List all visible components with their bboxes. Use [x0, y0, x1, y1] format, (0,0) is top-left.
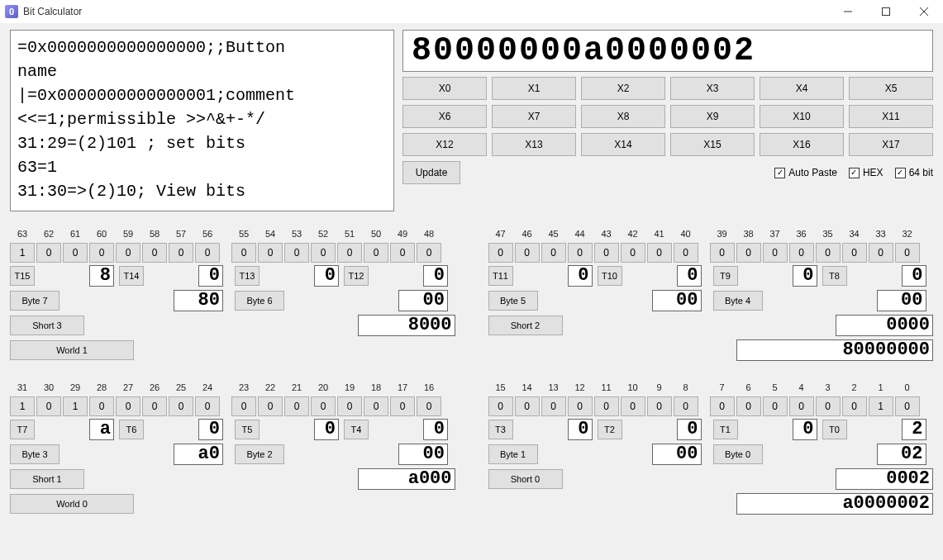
bit-button-56[interactable]: 0 [195, 243, 220, 263]
byte-button[interactable]: Byte 3 [10, 444, 60, 464]
bit-button-19[interactable]: 0 [337, 396, 362, 416]
bit-button-25[interactable]: 0 [169, 396, 193, 416]
bit-button-30[interactable]: 0 [36, 396, 61, 416]
bit-button-60[interactable]: 0 [89, 243, 114, 263]
x-button-8[interactable]: X8 [581, 105, 665, 128]
t-button[interactable]: T4 [344, 420, 369, 439]
bit-button-36[interactable]: 0 [789, 243, 814, 263]
bit-button-27[interactable]: 0 [116, 396, 140, 416]
byte-button[interactable]: Byte 0 [713, 444, 763, 464]
bit-button-12[interactable]: 0 [568, 396, 593, 416]
short-button[interactable]: Short 1 [10, 469, 84, 489]
t-button[interactable]: T3 [488, 420, 513, 439]
bit-button-54[interactable]: 0 [258, 243, 283, 263]
minimize-button[interactable] [829, 0, 867, 23]
bit-button-63[interactable]: 1 [10, 243, 35, 263]
x-button-10[interactable]: X10 [760, 105, 844, 128]
bit-button-9[interactable]: 0 [647, 396, 672, 416]
bit-button-15[interactable]: 0 [488, 396, 513, 416]
short-button[interactable]: Short 3 [10, 316, 84, 335]
bit-button-33[interactable]: 0 [869, 243, 893, 263]
bit-button-57[interactable]: 0 [169, 243, 193, 263]
world-button[interactable]: World 1 [10, 340, 134, 360]
auto-paste-checkbox[interactable]: ✓Auto Paste [774, 167, 837, 178]
t-button[interactable]: T12 [344, 266, 369, 286]
bit-button-26[interactable]: 0 [142, 396, 167, 416]
bit-button-18[interactable]: 0 [364, 396, 388, 416]
byte-button[interactable]: Byte 5 [488, 291, 538, 311]
bit-button-22[interactable]: 0 [258, 396, 283, 416]
bit-button-47[interactable]: 0 [488, 243, 513, 263]
x-button-14[interactable]: X14 [581, 133, 665, 156]
bit-button-44[interactable]: 0 [568, 243, 593, 263]
byte-button[interactable]: Byte 1 [488, 444, 538, 464]
bit-button-8[interactable]: 0 [674, 396, 698, 416]
t-button[interactable]: T6 [119, 420, 144, 439]
bit-button-51[interactable]: 0 [337, 243, 362, 263]
bit-button-45[interactable]: 0 [541, 243, 566, 263]
bit-button-50[interactable]: 0 [364, 243, 388, 263]
bit-button-28[interactable]: 0 [89, 396, 114, 416]
bit-button-20[interactable]: 0 [311, 396, 336, 416]
bit-button-42[interactable]: 0 [621, 243, 645, 263]
t-button[interactable]: T7 [10, 420, 35, 439]
bit-button-37[interactable]: 0 [763, 243, 788, 263]
x-button-11[interactable]: X11 [849, 105, 933, 128]
t-button[interactable]: T15 [10, 266, 35, 286]
t-button[interactable]: T10 [598, 266, 622, 286]
t-button[interactable]: T8 [822, 266, 847, 286]
world-button[interactable]: World 0 [10, 494, 134, 514]
bit-button-0[interactable]: 0 [895, 396, 920, 416]
bit-button-52[interactable]: 0 [311, 243, 336, 263]
bit-button-10[interactable]: 0 [621, 396, 645, 416]
byte-button[interactable]: Byte 6 [235, 291, 284, 311]
bit-button-41[interactable]: 0 [647, 243, 672, 263]
bit-button-32[interactable]: 0 [895, 243, 920, 263]
bit-button-13[interactable]: 0 [541, 396, 566, 416]
x-button-17[interactable]: X17 [849, 133, 933, 156]
maximize-button[interactable] [867, 0, 905, 23]
x-button-1[interactable]: X1 [492, 77, 576, 100]
bit-button-14[interactable]: 0 [515, 396, 540, 416]
x-button-7[interactable]: X7 [492, 105, 576, 128]
bit-button-4[interactable]: 0 [789, 396, 814, 416]
short-button[interactable]: Short 0 [488, 469, 563, 489]
t-button[interactable]: T14 [119, 266, 144, 286]
bit-button-49[interactable]: 0 [390, 243, 415, 263]
bit-button-39[interactable]: 0 [710, 243, 735, 263]
byte-button[interactable]: Byte 2 [235, 444, 284, 464]
byte-button[interactable]: Byte 7 [10, 291, 60, 311]
x-button-12[interactable]: X12 [402, 133, 487, 156]
script-textarea[interactable]: =0x0000000000000000;;Button name |=0x000… [10, 30, 394, 211]
bit-button-34[interactable]: 0 [842, 243, 867, 263]
bit-button-61[interactable]: 0 [63, 243, 88, 263]
bit-button-53[interactable]: 0 [284, 243, 309, 263]
bit-button-29[interactable]: 1 [63, 396, 88, 416]
t-button[interactable]: T0 [822, 420, 847, 439]
x-button-4[interactable]: X4 [760, 77, 844, 100]
bit-button-35[interactable]: 0 [816, 243, 841, 263]
bit-button-16[interactable]: 0 [417, 396, 441, 416]
bit-button-1[interactable]: 1 [869, 396, 893, 416]
bit-button-3[interactable]: 0 [816, 396, 841, 416]
x-button-15[interactable]: X15 [670, 133, 755, 156]
t-button[interactable]: T13 [235, 266, 260, 286]
update-button[interactable]: Update [402, 161, 460, 184]
t-button[interactable]: T9 [713, 266, 738, 286]
x-button-16[interactable]: X16 [760, 133, 844, 156]
bit-button-7[interactable]: 0 [710, 396, 735, 416]
hex-checkbox[interactable]: ✓HEX [849, 167, 883, 178]
bit-button-23[interactable]: 0 [231, 396, 256, 416]
bit-button-2[interactable]: 0 [842, 396, 867, 416]
t-button[interactable]: T11 [488, 266, 513, 286]
bit-button-46[interactable]: 0 [515, 243, 540, 263]
x-button-9[interactable]: X9 [670, 105, 755, 128]
byte-button[interactable]: Byte 4 [713, 291, 763, 311]
bit-button-43[interactable]: 0 [594, 243, 619, 263]
bit-button-38[interactable]: 0 [736, 243, 761, 263]
bit-button-6[interactable]: 0 [736, 396, 761, 416]
bit-button-24[interactable]: 0 [195, 396, 220, 416]
bit-button-17[interactable]: 0 [390, 396, 415, 416]
bit64-checkbox[interactable]: ✓64 bit [895, 167, 933, 178]
bit-button-31[interactable]: 1 [10, 396, 35, 416]
